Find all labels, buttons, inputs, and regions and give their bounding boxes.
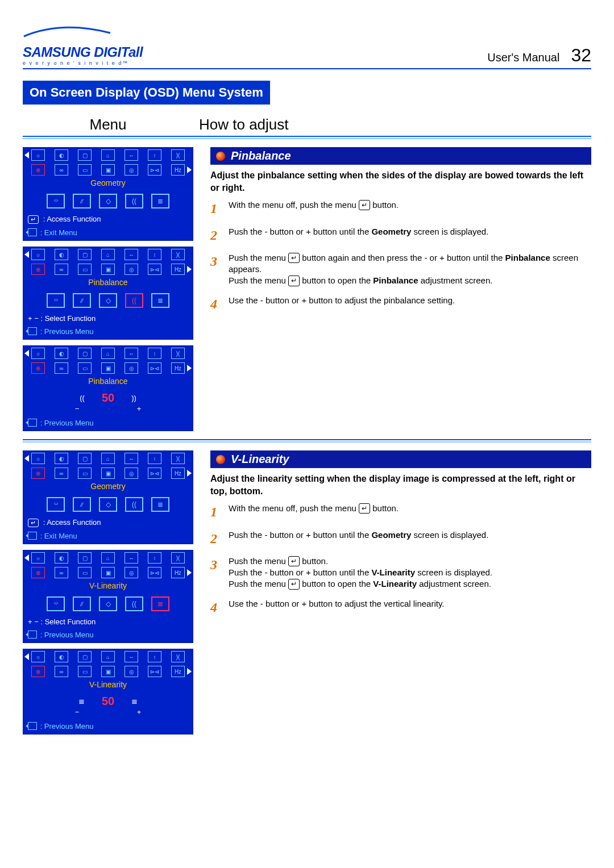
steps-list: 1With the menu off, push the menu ↵ butt… — [210, 503, 591, 616]
osd-menu-icon: ▣ — [101, 164, 115, 176]
osd-menu-icon: ☼ — [31, 453, 45, 464]
osd-menu-icon: ⊳⊲ — [148, 362, 161, 374]
osd-menu-icon: ▭ — [78, 468, 92, 479]
step-text: Push the - button or + button until the … — [229, 529, 488, 548]
osd-menu-icon: ⊳⊲ — [148, 567, 161, 578]
osd-body-icons: ⌔⫽◇((≣ — [23, 591, 193, 615]
nav-left-icon — [24, 251, 29, 258]
osd-menu-icon: ⊕ — [31, 164, 45, 176]
step-text: Use the - button or + button to adjust t… — [229, 295, 455, 313]
section-divider — [23, 439, 591, 443]
osd-title: Geometry — [23, 481, 193, 492]
step-item: 4Use the - button or + button to adjust … — [210, 295, 591, 313]
section-title: On Screen Display (OSD) Menu System — [23, 81, 270, 105]
osd-menu-icon: ⌂ — [101, 149, 115, 161]
osd-menu-icon: Hz — [171, 567, 185, 578]
osd-menu-icon: )( — [171, 651, 185, 662]
brand-logo: SAMSUNG DIGITall e v e r y o n e ' s i n… — [23, 34, 143, 66]
step-number: 1 — [210, 199, 223, 218]
step-item: 1With the menu off, push the menu ↵ butt… — [210, 503, 591, 521]
step-item: 3Push the menu ↵ button again and then p… — [210, 252, 591, 287]
osd-menu-icon: )( — [171, 348, 185, 359]
step-text: Use the - button or + button to adjust t… — [229, 598, 445, 616]
enter-icon: ↵ — [288, 276, 300, 286]
osd-menu-icon: ↔ — [125, 348, 138, 359]
osd-menu-icon: ▭ — [78, 164, 92, 176]
osd-menu-icon: ↕ — [148, 552, 161, 564]
osd-menu-icon: ⌂ — [101, 348, 115, 359]
osd-option-icon: ◇ — [99, 194, 117, 208]
osd-body-icons: ⌔⫽◇((≣ — [23, 189, 193, 212]
osd-menu-icon: ▭ — [78, 362, 92, 374]
page-number: 32 — [571, 45, 591, 66]
plus-label: + — [137, 708, 142, 716]
osd-menu-icon: Hz — [171, 264, 185, 275]
osd-menu-icon: ▣ — [101, 567, 115, 578]
osd-column-pinbalance: ☼◐▢⌂↔↕)( ⊕∞▭▣◎⊳⊲Hz Geometry ⌔⫽◇((≣ ↵ : A… — [23, 147, 193, 431]
step-item: 3Push the menu ↵ button.Push the - butto… — [210, 556, 591, 590]
pinbalance-right-icon: )) — [131, 394, 136, 402]
osd-menu-icon: ▭ — [78, 567, 92, 578]
osd-top-iconrow2: ⊕∞▭▣◎⊳⊲Hz — [23, 162, 193, 177]
osd-menu-icon: ◎ — [125, 567, 138, 578]
step-text: With the menu off, push the menu ↵ butto… — [229, 503, 399, 521]
exit-icon — [28, 722, 37, 730]
osd-option-icon: ⌔ — [47, 194, 65, 208]
topic-title-bar: Pinbalance — [210, 147, 591, 165]
osd-hint-access: ↵ : Access Function — [23, 212, 193, 226]
osd-option-icon: ⫽ — [73, 194, 91, 208]
osd-menu-icon: ◎ — [125, 362, 138, 374]
osd-option-icon: ◇ — [99, 293, 117, 308]
step-text: Push the menu ↵ button.Push the - button… — [229, 556, 492, 590]
osd-menu-icon: ↔ — [125, 249, 138, 260]
nav-right-icon — [187, 166, 192, 173]
nav-left-icon — [24, 455, 29, 462]
osd-menu-icon: ∞ — [55, 362, 68, 374]
exit-icon — [28, 532, 37, 540]
osd-menu-icon: ↕ — [148, 453, 161, 464]
osd-menu-icon: ⌂ — [101, 552, 115, 564]
steps-list: 1With the menu off, push the menu ↵ butt… — [210, 199, 591, 313]
topic-dot-icon — [216, 455, 225, 464]
topic-lead: Adjust the linearity setting when the di… — [210, 473, 591, 497]
step-number: 1 — [210, 503, 223, 521]
osd-menu-icon: ▣ — [101, 264, 115, 275]
osd-menu-icon: ⊳⊲ — [148, 264, 161, 275]
osd-menu-icon: ⊳⊲ — [148, 164, 161, 176]
osd-hint-prev: : Previous Menu — [23, 628, 193, 642]
enter-icon: ↵ — [288, 556, 300, 566]
osd-menu-icon: Hz — [171, 164, 185, 176]
step-number: 4 — [210, 295, 223, 313]
osd-hint-access: ↵ : Access Function — [23, 516, 193, 529]
osd-top-iconrow: ☼◐▢⌂↔↕)( — [23, 148, 193, 162]
step-number: 3 — [210, 556, 223, 590]
nav-left-icon — [24, 554, 29, 561]
exit-icon — [28, 228, 37, 236]
osd-title: Pinbalance — [23, 277, 193, 288]
step-item: 2Push the - button or + button until the… — [210, 529, 591, 548]
osd-option-icon: (( — [125, 596, 143, 611]
osd-title: V-Linearity — [23, 580, 193, 591]
enter-icon: ↵ — [288, 253, 300, 263]
osd-geometry-overview: ☼◐▢⌂↔↕)( ⊕∞▭▣◎⊳⊲Hz Geometry ⌔⫽◇((≣ ↵ : A… — [23, 450, 193, 544]
osd-menu-icon: ◎ — [125, 164, 138, 176]
osd-hint-select: + − : Select Function — [23, 312, 193, 325]
osd-menu-icon: ▢ — [78, 149, 92, 161]
osd-menu-icon: ▭ — [78, 666, 92, 677]
osd-menu-icon: ◐ — [55, 552, 68, 564]
osd-title: Pinbalance — [23, 375, 193, 387]
nav-left-icon — [24, 152, 29, 158]
osd-column-vlinearity: ☼◐▢⌂↔↕)( ⊕∞▭▣◎⊳⊲Hz Geometry ⌔⫽◇((≣ ↵ : A… — [23, 450, 193, 735]
manual-page: SAMSUNG DIGITall e v e r y o n e ' s i n… — [23, 34, 591, 735]
column-headings: Menu How to adjust — [23, 116, 591, 133]
osd-menu-icon: )( — [171, 453, 185, 464]
osd-body-icons: ⌔⫽◇((≣ — [23, 288, 193, 312]
osd-title: Geometry — [23, 177, 193, 189]
osd-menu-icon: ◐ — [55, 249, 68, 260]
osd-menu-icon: ▭ — [78, 264, 92, 275]
osd-menu-icon: ▢ — [78, 249, 92, 260]
osd-menu-icon: ▣ — [101, 362, 115, 374]
step-number: 4 — [210, 598, 223, 616]
osd-menu-icon: ▢ — [78, 651, 92, 662]
osd-menu-icon: Hz — [171, 666, 185, 677]
